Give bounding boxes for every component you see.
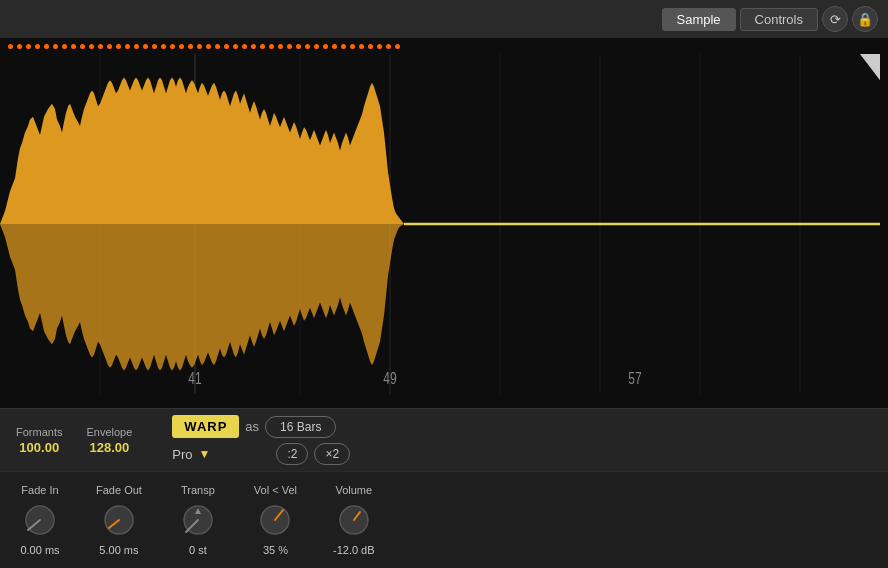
formants-value[interactable]: 100.00 [19,440,59,455]
marker-dot [206,44,211,49]
waveform-section[interactable]: 41 49 57 [0,38,888,408]
mode-label[interactable]: Pro [172,447,192,462]
marker-dot [296,44,301,49]
transp-value: 0 st [189,544,207,556]
arrows-icon[interactable]: ⟳ [822,6,848,32]
marker-dot [179,44,184,49]
vol-vel-knob[interactable] [255,500,295,540]
marker-dot [44,44,49,49]
plugin-container: Sample Controls ⟳ 🔒 [0,0,888,568]
marker-dot [98,44,103,49]
bars-button[interactable]: 16 Bars [265,416,336,438]
marker-dot [62,44,67,49]
envelope-group: Envelope 128.00 [86,426,132,455]
marker-dot [269,44,274,49]
marker-dot [341,44,346,49]
warp-button[interactable]: WARP [172,415,239,438]
marker-dot [152,44,157,49]
div2-button[interactable]: :2 [276,443,308,465]
marker-dot [278,44,283,49]
envelope-value[interactable]: 128.00 [90,440,130,455]
marker-dot [116,44,121,49]
fade-out-label: Fade Out [96,484,142,496]
marker-dot [134,44,139,49]
dropdown-arrow-icon[interactable]: ▼ [199,447,211,461]
volume-label: Volume [335,484,372,496]
marker-dot [395,44,400,49]
marker-dot [107,44,112,49]
marker-dot [161,44,166,49]
marker-dot [125,44,130,49]
volume-knob[interactable] [334,500,374,540]
marker-dot [386,44,391,49]
vol-vel-value: 35 % [263,544,288,556]
tab-sample[interactable]: Sample [662,8,736,31]
fade-in-value: 0.00 ms [20,544,59,556]
fade-out-group: Fade Out 5.00 ms [96,484,142,556]
svg-text:57: 57 [628,369,642,387]
marker-dot [314,44,319,49]
svg-text:49: 49 [383,369,397,387]
marker-dot [323,44,328,49]
as-label: as [245,419,259,434]
marker-dot [80,44,85,49]
tab-controls[interactable]: Controls [740,8,818,31]
marker-dot [197,44,202,49]
marker-dot [260,44,265,49]
marker-dot [17,44,22,49]
fade-out-knob[interactable] [99,500,139,540]
transp-knob[interactable] [178,500,218,540]
marker-dot [71,44,76,49]
marker-dot [287,44,292,49]
marker-dot [242,44,247,49]
svg-text:41: 41 [188,369,202,387]
volume-value: -12.0 dB [333,544,375,556]
marker-dot [8,44,13,49]
marker-dot [368,44,373,49]
volume-group: Volume -12.0 dB [333,484,375,556]
vol-vel-group: Vol < Vel 35 % [254,484,297,556]
marker-dot [305,44,310,49]
marker-dot [89,44,94,49]
marker-dot [26,44,31,49]
controls-row: Formants 100.00 Envelope 128.00 WARP as … [0,408,888,471]
marker-dot [233,44,238,49]
marker-dot [350,44,355,49]
marker-dot [377,44,382,49]
transp-group: Transp 0 st [178,484,218,556]
header: Sample Controls ⟳ 🔒 [0,0,888,38]
envelope-label: Envelope [86,426,132,438]
waveform-svg: 41 49 57 [0,54,888,394]
marker-dot [215,44,220,49]
marker-dot [359,44,364,49]
formants-label: Formants [16,426,62,438]
marker-dot [53,44,58,49]
marker-dot [188,44,193,49]
knob-row: Fade In 0.00 ms Fade Out 5.00 ms Transp [0,471,888,568]
fade-in-label: Fade In [21,484,58,496]
mult2-button[interactable]: ×2 [314,443,350,465]
transp-label: Transp [181,484,215,496]
formants-group: Formants 100.00 [16,426,62,455]
warp-mode-row: Pro ▼ :2 ×2 [172,443,350,465]
marker-dot [332,44,337,49]
marker-dot [224,44,229,49]
marker-dot [251,44,256,49]
marker-dot [170,44,175,49]
lock-icon[interactable]: 🔒 [852,6,878,32]
vol-vel-label: Vol < Vel [254,484,297,496]
marker-dot [35,44,40,49]
fade-in-knob[interactable] [20,500,60,540]
fade-out-value: 5.00 ms [99,544,138,556]
marker-row [0,44,888,52]
warp-row: WARP as 16 Bars [172,415,336,438]
fade-in-group: Fade In 0.00 ms [20,484,60,556]
marker-dot [143,44,148,49]
